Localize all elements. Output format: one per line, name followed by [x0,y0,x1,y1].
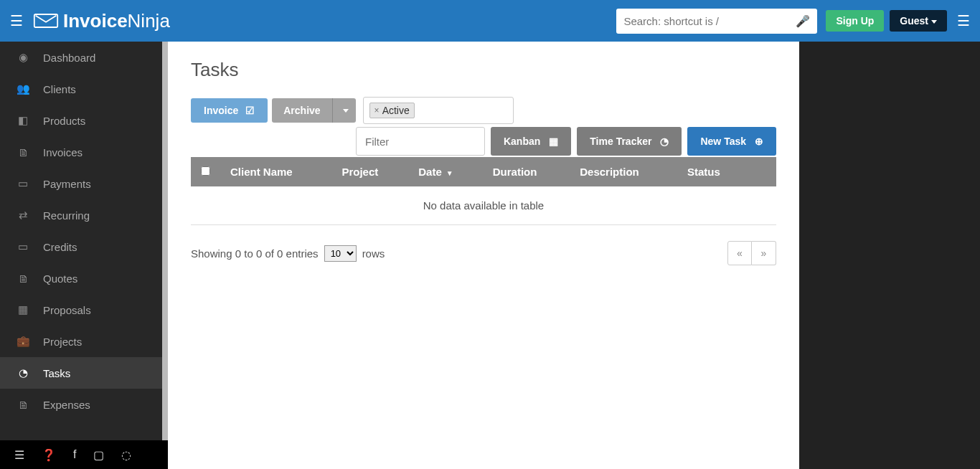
logo-text-light: Ninja [128,10,170,32]
next-page-button[interactable]: » [752,241,776,265]
card-icon: ▭ [16,177,30,190]
plus-icon: ⊕ [755,136,763,147]
kanban-button-label: Kanban [504,136,540,147]
file-icon: 🗎 [16,273,30,285]
column-duration[interactable]: Duration [483,157,570,186]
invoice-button-label: Invoice [204,105,238,116]
sidebar-item-dashboard[interactable]: ◉Dashboard [0,42,162,73]
sidebar-footer: ☰ ❓ f ▢ ◌ [0,440,168,469]
sidebar-item-label: Tasks [43,367,70,379]
status-filter[interactable]: ×Active [363,97,514,124]
briefcase-icon: 💼 [16,335,30,348]
column-actions [749,157,776,186]
right-gutter [799,42,980,469]
search-container: 🎤 [616,9,817,34]
logo[interactable]: InvoiceNinja [33,10,170,32]
sidebar: ◉Dashboard 👥Clients ◧Products 🗎Invoices … [0,42,168,469]
select-all-checkbox[interactable] [201,166,210,176]
check-icon: ☑ [245,105,255,116]
tag-remove-icon[interactable]: × [374,105,380,115]
clock-icon: ◔ [16,366,30,379]
hamburger-right-icon[interactable]: ☰ [957,12,970,29]
column-status[interactable]: Status [677,157,749,186]
cube-icon: ◧ [16,114,30,127]
grid-icon: ▦ [549,136,558,147]
kanban-button[interactable]: Kanban▦ [491,127,571,156]
header-bar: ☰ InvoiceNinja 🎤 Sign Up Guest ☰ [0,0,980,42]
sidebar-item-label: Payments [43,178,91,190]
archive-dropdown[interactable] [332,98,356,123]
twitter-icon[interactable]: ▢ [93,448,104,462]
column-description[interactable]: Description [570,157,677,186]
sidebar-item-projects[interactable]: 💼Projects [0,326,162,357]
column-date[interactable]: Date▼ [408,157,483,186]
page-size-select[interactable]: 10 [324,245,357,262]
prev-page-button[interactable]: « [727,241,752,265]
sidebar-item-label: Projects [43,336,82,348]
sidebar-item-label: Expenses [43,399,90,411]
filter-input[interactable] [356,127,485,156]
tasks-table: Client Name Project Date▼ Duration Descr… [191,157,776,225]
list-icon[interactable]: ☰ [14,448,24,462]
hamburger-icon[interactable]: ☰ [10,12,23,29]
new-task-label: New Task [700,136,746,147]
sidebar-item-label: Proposals [43,304,91,316]
sidebar-item-proposals[interactable]: ▦Proposals [0,294,162,326]
empty-message: No data available in table [191,186,776,225]
grid-icon: ▦ [16,303,30,316]
caret-down-icon [931,20,937,24]
envelope-icon [33,13,59,29]
caret-down-icon [343,109,349,113]
rows-label: rows [362,247,385,260]
sidebar-item-products[interactable]: ◧Products [0,105,162,136]
status-tag-label: Active [382,105,410,116]
sidebar-item-quotes[interactable]: 🗎Quotes [0,262,162,294]
github-icon[interactable]: ◌ [121,448,131,462]
guest-label: Guest [900,15,928,27]
logo-text-bold: Invoice [63,10,128,32]
sidebar-item-label: Products [43,115,85,127]
sidebar-item-label: Dashboard [43,52,95,64]
microphone-icon[interactable]: 🎤 [796,14,810,28]
sidebar-item-tasks[interactable]: ◔Tasks [0,357,162,389]
exchange-icon: ⇄ [16,209,30,222]
sort-desc-icon: ▼ [446,169,453,177]
sidebar-item-label: Quotes [43,273,77,285]
sidebar-item-expenses[interactable]: 🗎Expenses [0,389,162,420]
card-icon: ▭ [16,240,30,253]
sidebar-item-credits[interactable]: ▭Credits [0,231,162,262]
guest-dropdown[interactable]: Guest [890,10,947,32]
new-task-button[interactable]: New Task⊕ [687,127,776,156]
sidebar-item-payments[interactable]: ▭Payments [0,168,162,199]
facebook-icon[interactable]: f [73,448,76,461]
dashboard-icon: ◉ [16,51,30,64]
sidebar-item-label: Credits [43,241,77,253]
sidebar-item-label: Recurring [43,209,90,222]
status-tag: ×Active [369,103,415,118]
main-content: Tasks Invoice☑ Archive ×Active Kanban▦ T… [168,42,799,469]
column-project[interactable]: Project [331,157,408,186]
file-icon: 🗎 [16,146,30,158]
page-title: Tasks [191,59,776,81]
entries-info: Showing 0 to 0 of 0 entries [191,247,319,260]
signup-button[interactable]: Sign Up [826,10,884,32]
invoice-button[interactable]: Invoice☑ [191,98,268,123]
column-date-label: Date [418,166,442,178]
sidebar-item-label: Clients [43,83,76,95]
sidebar-item-label: Invoices [43,146,83,158]
file-icon: 🗎 [16,399,30,411]
search-input[interactable] [623,15,796,27]
sidebar-item-recurring[interactable]: ⇄Recurring [0,199,162,231]
table-footer: Showing 0 to 0 of 0 entries 10 rows « » [191,241,776,265]
sidebar-item-clients[interactable]: 👥Clients [0,73,162,105]
archive-button[interactable]: Archive [272,98,331,123]
time-tracker-label: Time Tracker [590,136,651,147]
sidebar-item-invoices[interactable]: 🗎Invoices [0,136,162,168]
pagination: « » [727,241,776,265]
help-icon[interactable]: ❓ [42,448,56,462]
clock-icon: ◔ [660,136,669,147]
column-client-name[interactable]: Client Name [220,157,331,186]
users-icon: 👥 [16,82,30,95]
time-tracker-button[interactable]: Time Tracker◔ [577,127,682,156]
